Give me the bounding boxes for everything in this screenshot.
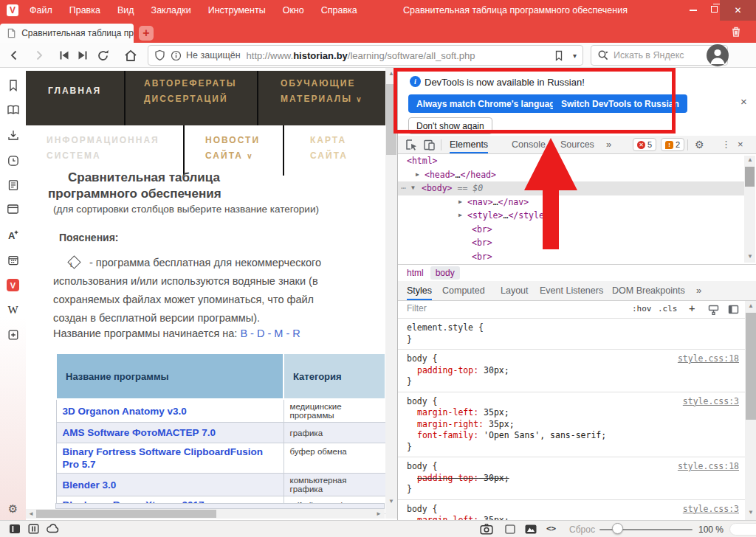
zoom-reset-button[interactable]: Сброс	[569, 524, 595, 535]
css-rule[interactable]: element.style { }	[398, 319, 745, 350]
tab-layout[interactable]: Layout	[501, 281, 529, 300]
software-link[interactable]: Binary Fortress Software ClipboardFusion…	[63, 446, 278, 471]
site-subnav-infosystem[interactable]: ИНФОРМАЦИОННАЯ СИСТЕМА	[47, 133, 190, 164]
settings-gear-icon[interactable]: ⚙	[6, 502, 20, 516]
close-window-button[interactable]: ✕	[720, 0, 756, 21]
stylesheet-link[interactable]: style.css:18	[678, 461, 739, 471]
tab-console[interactable]: Console	[512, 136, 546, 153]
info-icon[interactable]	[171, 50, 182, 61]
menu-tools[interactable]: Инструменты	[208, 5, 266, 15]
menu-help[interactable]: Справка	[321, 5, 357, 15]
dont-show-again-button[interactable]: Don't show again	[408, 117, 492, 134]
page-horizontal-scrollbar[interactable]: ◄ ►	[26, 509, 385, 519]
devtools-menu-icon[interactable]: ⋮	[721, 139, 731, 150]
scroll-up-icon[interactable]: ▲	[747, 157, 753, 163]
dom-node[interactable]: <html>	[398, 154, 745, 168]
devtools-close-icon[interactable]: ×	[738, 139, 743, 150]
menu-view[interactable]: Вид	[117, 5, 134, 15]
vivaldi-panel-icon[interactable]: V	[6, 278, 20, 292]
error-count-badge[interactable]: ✕ 5	[633, 138, 656, 151]
stylesheet-link[interactable]: style.css:18	[678, 353, 739, 364]
fast-forward-icon[interactable]	[76, 49, 89, 62]
expand-icon[interactable]: ▶	[458, 195, 462, 209]
dom-node[interactable]: ▶ <style>…</style>	[398, 209, 745, 223]
menu-window[interactable]: Окно	[283, 5, 304, 15]
page-image-toggle-icon[interactable]	[525, 524, 537, 534]
software-link[interactable]: 3D Organon Anatomy v3.0	[63, 405, 278, 418]
toggle-hover-state-button[interactable]: :hov	[632, 304, 652, 313]
column-header-name[interactable]: Название программы	[56, 353, 284, 399]
reading-list-panel-icon[interactable]	[6, 103, 20, 117]
home-icon[interactable]	[123, 49, 138, 63]
styles-scrollbar[interactable]: ▲ ▼	[745, 301, 756, 520]
notes-panel-icon[interactable]	[6, 178, 20, 192]
dom-node[interactable]: ▶ <head>…</head>	[398, 168, 745, 182]
scrollbar-thumb[interactable]	[746, 313, 756, 420]
history-panel-icon[interactable]	[6, 153, 20, 167]
active-tab[interactable]: Сравнительная таблица пр	[0, 24, 134, 43]
filter-input[interactable]	[407, 303, 614, 313]
index-link-d[interactable]: D	[257, 328, 264, 339]
column-header-category[interactable]: Категория	[284, 353, 385, 399]
bookmark-flag-icon[interactable]	[554, 50, 564, 61]
toggle-panel-icon[interactable]	[9, 524, 21, 534]
windows-panel-icon[interactable]	[6, 202, 20, 216]
page-tile-icon[interactable]	[505, 524, 515, 534]
software-link[interactable]: AMS Software ФотоМАСТЕР 7.0	[63, 426, 278, 439]
device-toolbar-icon[interactable]	[423, 139, 436, 151]
index-link-m[interactable]: M	[274, 328, 283, 339]
tab-dom-breakpoints[interactable]: DOM Breakpoints	[612, 281, 685, 300]
address-bar[interactable]: Не защищён http://www.historian.by/learn…	[148, 45, 583, 66]
dom-node[interactable]: <br>	[398, 236, 745, 250]
page-vertical-scrollbar[interactable]: ▲ ▼	[385, 68, 397, 509]
menu-edit[interactable]: Правка	[69, 5, 100, 15]
tab-elements[interactable]: Elements	[450, 136, 488, 153]
address-dropdown-icon[interactable]: ▾	[573, 52, 577, 60]
css-rule[interactable]: style.css:18 body { padding-top: 30px; }	[398, 350, 745, 392]
dom-node[interactable]: <br>	[398, 223, 745, 237]
zoom-slider-knob[interactable]	[612, 523, 623, 534]
back-icon[interactable]	[7, 49, 21, 62]
css-rule[interactable]: style.css:3 body { margin-left: 35px; ma…	[398, 392, 745, 458]
index-link-r[interactable]: R	[292, 328, 300, 339]
capture-page-icon[interactable]	[480, 524, 493, 535]
search-input[interactable]	[614, 50, 713, 60]
match-language-button[interactable]: Always match Chrome's language	[408, 94, 568, 113]
minimize-icon[interactable]	[690, 10, 697, 11]
more-tabs-icon[interactable]: »	[696, 281, 701, 300]
stylesheet-link[interactable]: style.css:3	[683, 504, 739, 514]
tab-styles[interactable]: Styles	[407, 281, 432, 300]
new-style-rule-icon[interactable]: +	[689, 302, 695, 314]
scroll-right-icon[interactable]: ►	[376, 511, 382, 517]
page-actions-icon[interactable]: <>	[546, 524, 556, 533]
scroll-up-icon[interactable]: ▲	[748, 303, 754, 309]
site-nav-materials[interactable]: ОБУЧАЮЩИЕ МАТЕРИАЛЫ ∨	[281, 76, 380, 107]
css-rule[interactable]: style.css:18 body { padding-top: 30px; }	[398, 457, 745, 500]
elements-scrollbar[interactable]: ▲ ▼	[744, 156, 755, 263]
shield-icon[interactable]	[154, 49, 165, 61]
warning-count-badge[interactable]: ! 2	[661, 138, 684, 151]
scroll-down-icon[interactable]: ▼	[747, 254, 753, 260]
site-nav-abstracts[interactable]: АВТОРЕФЕРАТЫ ДИССЕРТАЦИЙ	[144, 76, 255, 107]
site-nav-home[interactable]: ГЛАВНАЯ	[48, 83, 101, 99]
scrollbar-thumb[interactable]	[386, 84, 396, 155]
menu-file[interactable]: Файл	[30, 5, 52, 15]
site-subnav-sitemap[interactable]: КАРТА САЙТА	[310, 133, 369, 164]
toggle-class-button[interactable]: .cls	[658, 304, 678, 313]
forward-icon[interactable]	[32, 49, 46, 62]
dom-node-selected[interactable]: ⋯ ▼ <body>== $0	[398, 181, 745, 195]
expand-icon[interactable]: ▶	[458, 209, 462, 223]
wikipedia-panel-icon[interactable]: W	[6, 303, 20, 317]
breadcrumb-html[interactable]: html	[407, 268, 424, 278]
inspect-element-icon[interactable]	[405, 139, 418, 151]
dom-node[interactable]: ▶ <nav>…</nav>	[398, 195, 745, 209]
rewind-icon[interactable]	[58, 49, 71, 62]
tab-sources[interactable]: Sources	[560, 136, 594, 153]
add-panel-icon[interactable]	[6, 328, 20, 342]
scrollbar-thumb[interactable]	[36, 510, 216, 518]
scroll-down-icon[interactable]: ▼	[388, 499, 394, 505]
software-link[interactable]: Blender 3.0	[63, 479, 278, 491]
notification-close-icon[interactable]: ×	[740, 95, 747, 108]
expand-icon[interactable]: ▶	[416, 168, 419, 182]
site-subnav-news[interactable]: НОВОСТИ САЙТА ∨	[205, 133, 279, 164]
